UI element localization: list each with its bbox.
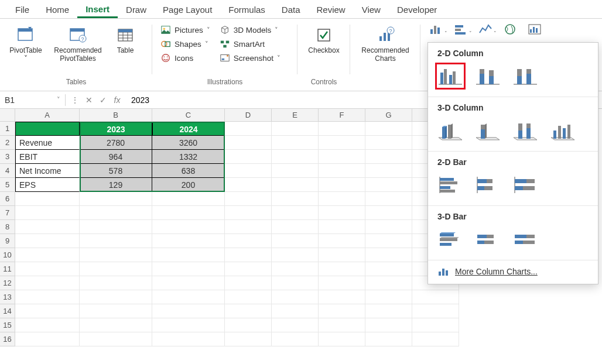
cell-c3[interactable]: 1332 (152, 150, 225, 164)
row-header-15[interactable]: 15 (0, 318, 15, 332)
checkbox-button[interactable]: Checkbox (303, 23, 345, 57)
enter-icon[interactable]: ✓ (98, 95, 108, 105)
bar-chart-dropdown[interactable]: ˅ (451, 22, 471, 36)
row-header-10[interactable]: 10 (0, 248, 15, 262)
col-header-f[interactable]: F (319, 109, 365, 122)
smartart-button[interactable]: SmartArt (216, 37, 284, 50)
recommended-pivottables-button[interactable]: ? Recommended PivotTables (49, 23, 107, 66)
cell-a5[interactable]: EPS (15, 178, 80, 192)
chart-3d-column[interactable] (549, 118, 577, 143)
select-all-corner[interactable] (0, 109, 15, 122)
row-header-7[interactable]: 7 (0, 206, 15, 220)
tab-developer[interactable]: Developer (389, 2, 445, 17)
row-header-14[interactable]: 14 (0, 304, 15, 318)
cell-f4[interactable] (319, 164, 365, 178)
more-column-charts-link[interactable]: More Column Charts... (428, 260, 598, 283)
chart-3d-clustered-column[interactable] (436, 118, 464, 143)
line-chart-dropdown[interactable]: ˅ (476, 22, 495, 36)
pivottable-button[interactable]: PivotTable˅ (5, 23, 47, 66)
pivot-chart-button[interactable] (525, 22, 545, 36)
cell-c2[interactable]: 3260 (152, 136, 225, 150)
cell-a2[interactable]: Revenue (15, 136, 80, 150)
cell-g1[interactable] (365, 122, 412, 136)
col-header-d[interactable]: D (225, 109, 272, 122)
row-header-13[interactable]: 13 (0, 290, 15, 304)
screenshot-button[interactable]: Screenshot (216, 51, 284, 64)
tab-home[interactable]: Home (37, 2, 77, 17)
tab-insert[interactable]: Insert (77, 2, 118, 18)
cell-d3[interactable] (225, 150, 272, 164)
col-header-b[interactable]: B (80, 109, 152, 122)
chart-100-stacked-bar[interactable] (511, 173, 539, 197)
cell-f3[interactable] (319, 150, 365, 164)
row-header-8[interactable]: 8 (0, 220, 15, 234)
row-header-4[interactable]: 4 (0, 164, 15, 178)
tab-draw[interactable]: Draw (118, 2, 155, 17)
3d-models-button[interactable]: 3D Models (216, 23, 284, 36)
tab-view[interactable]: View (354, 2, 389, 17)
col-header-e[interactable]: E (272, 109, 319, 122)
cell-d5[interactable] (225, 178, 272, 192)
cell-g5[interactable] (365, 178, 412, 192)
cell-c1[interactable]: 2024 (152, 122, 225, 136)
row-header-12[interactable]: 12 (0, 276, 15, 290)
cell-d1[interactable] (225, 122, 272, 136)
recommended-charts-button[interactable]: ? Recommended Charts (356, 23, 415, 66)
cell-b5[interactable]: 129 (80, 178, 152, 192)
cell-d4[interactable] (225, 164, 272, 178)
col-header-g[interactable]: G (365, 109, 412, 122)
chart-3d-100-stacked-bar[interactable] (511, 227, 539, 252)
cell-e1[interactable] (272, 122, 319, 136)
col-header-a[interactable]: A (15, 109, 80, 122)
cell-b2[interactable]: 2780 (80, 136, 152, 150)
cell-e2[interactable] (272, 136, 319, 150)
cell-c4[interactable]: 638 (152, 164, 225, 178)
chart-3d-stacked-column[interactable] (474, 118, 502, 143)
cell-f2[interactable] (319, 136, 365, 150)
cell-c5[interactable]: 200 (152, 178, 225, 192)
tab-page-layout[interactable]: Page Layout (155, 2, 220, 17)
cell-e5[interactable] (272, 178, 319, 192)
row-header-16[interactable]: 16 (0, 332, 15, 346)
row-header-3[interactable]: 3 (0, 150, 15, 164)
col-header-c[interactable]: C (152, 109, 225, 122)
row-header-6[interactable]: 6 (0, 192, 15, 206)
chart-3d-100-stacked-column[interactable] (511, 118, 539, 143)
chart-clustered-bar[interactable] (436, 173, 464, 197)
cell-g2[interactable] (365, 136, 412, 150)
row-header-2[interactable]: 2 (0, 136, 15, 150)
table-button[interactable]: Table (109, 23, 142, 57)
cancel-icon[interactable]: ✕ (84, 95, 94, 105)
row-header-9[interactable]: 9 (0, 234, 15, 248)
tab-review[interactable]: Review (309, 2, 354, 17)
tab-formulas[interactable]: Formulas (220, 2, 273, 17)
chart-stacked-bar[interactable] (474, 173, 502, 197)
cell-g4[interactable] (365, 164, 412, 178)
cell-a3[interactable]: EBIT (15, 150, 80, 164)
cell-b3[interactable]: 964 (80, 150, 152, 164)
row-header-11[interactable]: 11 (0, 262, 15, 276)
cell-b1[interactable]: 2023 (80, 122, 152, 136)
pictures-button[interactable]: Pictures (157, 23, 214, 36)
name-box[interactable]: B1˅ (0, 94, 66, 106)
shapes-button[interactable]: Shapes (157, 37, 214, 50)
row-header-5[interactable]: 5 (0, 178, 15, 192)
chart-3d-stacked-bar[interactable] (474, 227, 502, 252)
icons-button[interactable]: Icons (157, 51, 214, 64)
row-header-1[interactable]: 1 (0, 122, 15, 136)
map-chart-button[interactable] (500, 22, 520, 36)
fx-icon[interactable]: fx (112, 95, 122, 105)
cell-a4[interactable]: Net Income (15, 164, 80, 178)
column-chart-dropdown[interactable]: ˅ (426, 22, 446, 36)
cell-b4[interactable]: 578 (80, 164, 152, 178)
cell-e3[interactable] (272, 150, 319, 164)
cell-d2[interactable] (225, 136, 272, 150)
cell-f1[interactable] (319, 122, 365, 136)
cell-g3[interactable] (365, 150, 412, 164)
tab-data[interactable]: Data (273, 2, 309, 17)
cell-a1[interactable] (15, 122, 80, 136)
chart-stacked-column[interactable] (474, 64, 502, 88)
chart-3d-clustered-bar[interactable] (436, 227, 464, 252)
chart-100-stacked-column[interactable] (511, 64, 539, 88)
chart-clustered-column[interactable] (436, 64, 464, 88)
